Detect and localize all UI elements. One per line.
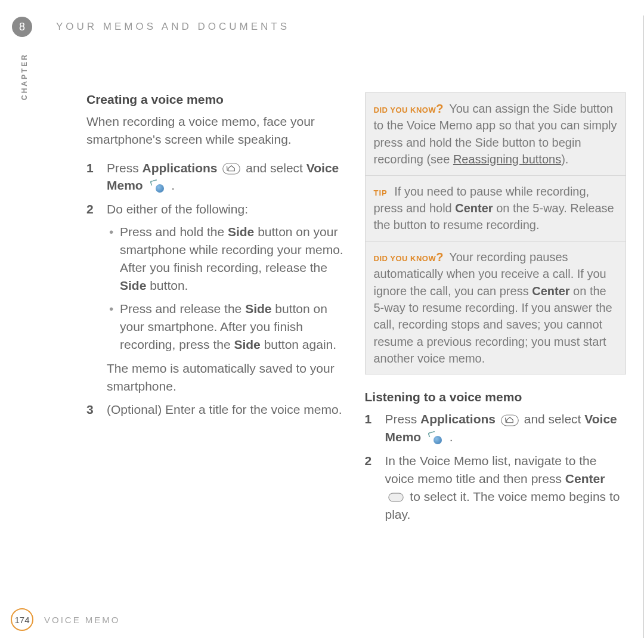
step-body: In the Voice Memo list, navigate to the … [385,452,627,523]
text: ). [561,153,568,166]
text: Do either of the following: [107,202,248,216]
question-mark-icon: ? [436,250,444,264]
text: Press and hold the [120,225,228,239]
text: . [168,178,175,192]
did-you-know-tag: DID YOU KNOW? [374,254,444,263]
step-body: (Optional) Enter a title for the voice m… [107,401,348,419]
svg-rect-2 [501,415,519,426]
callout-did-you-know-2: DID YOU KNOW? Your recording pauses auto… [366,241,626,374]
bullet-item: Press and hold the Side button on your s… [107,223,348,294]
voice-memo-icon [148,179,167,194]
text: button again. [261,338,336,351]
text: Press and release the [120,302,245,315]
callout-group: DID YOU KNOW? You can assign the Side bu… [365,92,627,374]
chapter-number-badge: 8 [12,17,32,37]
label-center: Center [455,202,493,215]
label-applications: Applications [420,412,496,426]
section-title-creating: Creating a voice memo [86,92,348,107]
step-body: Press Applications and select Voice Memo… [107,159,348,195]
section-title-listening: Listening to a voice memo [365,390,627,404]
center-button-icon [386,490,405,504]
label-applications: Applications [143,161,218,175]
text: . [446,430,453,444]
text-saved: The memo is automatically saved to your … [107,360,348,395]
steps-creating: 1 Press Applications and select Voice Me… [86,159,348,419]
step-2: 2 Do either of the following: Press and … [86,200,348,395]
label-side: Side [245,302,271,315]
text: to select it. The voice memo begins to p… [385,490,620,521]
label-side: Side [120,278,146,292]
bullet-item: Press and release the Side button on you… [107,300,348,353]
bullet-list: Press and hold the Side button on your s… [107,223,348,354]
text: Press [107,161,143,175]
text: and select [246,161,306,175]
chapter-side-label: CHAPTER [20,53,29,100]
link-reassigning-buttons[interactable]: Reassigning buttons [453,153,561,166]
page-header: 8 YOUR MEMOS AND DOCUMENTS [12,17,290,37]
tip-tag: TIP [374,188,388,197]
right-column: DID YOU KNOW? You can assign the Side bu… [365,92,627,529]
step-1: 1 Press Applications and select Voice Me… [365,410,627,446]
home-icon [500,413,519,428]
step-number: 3 [86,401,107,419]
footer-title: VOICE MEMO [44,615,120,625]
question-mark-icon: ? [436,102,444,115]
text: and select [524,412,585,426]
voice-memo-icon [426,431,445,445]
step-number: 2 [86,200,107,395]
step-number: 1 [86,159,107,195]
label-side: Side [228,225,254,239]
svg-rect-0 [223,163,240,174]
did-you-know-tag: DID YOU KNOW? [374,106,444,114]
label-center: Center [565,472,605,485]
home-icon [222,162,241,176]
tag-text: DID YOU KNOW [374,106,436,114]
callout-tip: TIP If you need to pause while recording… [366,175,626,241]
step-body: Press Applications and select Voice Memo… [385,410,627,446]
svg-line-1 [227,166,228,171]
left-column: Creating a voice memo When recording a v… [86,92,348,529]
page-number-badge: 174 [11,608,33,631]
step-2: 2 In the Voice Memo list, navigate to th… [365,452,627,523]
label-side: Side [234,338,260,351]
step-number: 1 [365,410,385,446]
step-number: 2 [365,452,385,523]
svg-line-3 [505,417,506,422]
header-title: YOUR MEMOS AND DOCUMENTS [56,21,290,33]
steps-listening: 1 Press Applications and select Voice Me… [365,410,627,523]
label-center: Center [532,284,569,298]
step-body: Do either of the following: Press and ho… [107,200,348,395]
step-1: 1 Press Applications and select Voice Me… [86,159,348,195]
content-columns: Creating a voice memo When recording a v… [86,92,626,529]
text: Press [385,412,421,426]
text: button. [146,278,188,292]
page-footer: 174 VOICE MEMO [11,608,120,631]
step-3: 3 (Optional) Enter a title for the voice… [86,401,348,419]
svg-rect-4 [388,493,402,501]
callout-did-you-know-1: DID YOU KNOW? You can assign the Side bu… [366,93,626,175]
tag-text: DID YOU KNOW [374,254,436,263]
intro-text: When recording a voice memo, face your s… [86,113,348,148]
